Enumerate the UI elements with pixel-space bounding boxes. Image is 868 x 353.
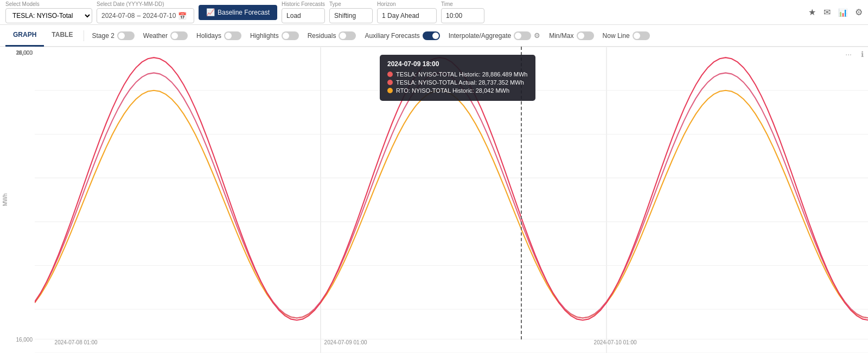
residuals-label: Residuals bbox=[308, 32, 336, 40]
calendar-icon: 📅 bbox=[178, 12, 187, 20]
chart-area: MWh 30,000 28,000 26,000 24,000 22,000 2… bbox=[0, 47, 868, 353]
tooltip-row-2: TESLA: NYISO-TOTAL Actual: 28,737.352 MW… bbox=[387, 79, 528, 86]
holidays-label: Holidays bbox=[196, 32, 221, 40]
highlights-toggle-group: Highlights bbox=[246, 31, 303, 40]
nowline-toggle[interactable] bbox=[633, 31, 650, 40]
divider-1 bbox=[84, 30, 84, 41]
highlights-toggle[interactable] bbox=[282, 31, 299, 40]
y-label-16000: 16,000 bbox=[16, 337, 33, 343]
auxiliary-toggle-group: Auxiliary Forecasts bbox=[360, 31, 444, 40]
controls-bar: GRAPH TABLE Stage 2 Weather Holidays Hig… bbox=[0, 25, 868, 47]
holidays-toggle[interactable] bbox=[224, 31, 241, 40]
interpolate-settings-icon[interactable]: ⚙ bbox=[534, 31, 540, 40]
auxiliary-toggle[interactable] bbox=[423, 31, 440, 40]
highlights-label: Highlights bbox=[250, 32, 279, 40]
auxiliary-label: Auxiliary Forecasts bbox=[365, 32, 419, 40]
tooltip-dot-2 bbox=[387, 80, 393, 85]
type-wrapper: Type Shifting bbox=[329, 1, 373, 23]
tooltip-box: 2024-07-09 18:00 TESLA: NYISO-TOTAL Hist… bbox=[380, 55, 535, 101]
residuals-toggle-group: Residuals bbox=[303, 31, 361, 40]
mail-icon[interactable]: ✉ bbox=[824, 7, 831, 17]
x-label-0708: 2024-07-08 01:00 bbox=[55, 339, 98, 345]
tab-table[interactable]: TABLE bbox=[44, 25, 80, 47]
horizon-value[interactable]: 1 Day Ahead bbox=[377, 8, 437, 23]
residuals-toggle[interactable] bbox=[339, 31, 356, 40]
select-models-label: Select Models bbox=[5, 1, 92, 7]
historic-value[interactable]: Load bbox=[282, 8, 325, 23]
tooltip-label-3: RTO: NYISO-TOTAL Historic: 28,042 MWh bbox=[396, 87, 509, 94]
interpolate-toggle-group: Interpolate/Aggregate ⚙ bbox=[444, 31, 545, 40]
nowline-toggle-group: Now Line bbox=[598, 31, 654, 40]
holidays-toggle-group: Holidays bbox=[192, 31, 246, 40]
date-start: 2024-07-08 bbox=[101, 12, 135, 20]
select-models-wrapper: Select Models TESLA: NYISO-Total bbox=[5, 1, 92, 23]
top-bar-right: ★ ✉ 📊 ⚙ bbox=[808, 7, 863, 17]
interpolate-toggle[interactable] bbox=[514, 31, 531, 40]
weather-toggle-group: Weather bbox=[139, 31, 192, 40]
model-select[interactable]: TESLA: NYISO-Total bbox=[5, 8, 92, 23]
nowline-label: Now Line bbox=[603, 32, 630, 40]
tooltip-row-1: TESLA: NYISO-TOTAL Historic: 28,886.489 … bbox=[387, 71, 528, 78]
top-bar: Select Models TESLA: NYISO-Total Select … bbox=[0, 0, 868, 25]
time-value[interactable]: 10:00 bbox=[441, 8, 484, 23]
minmax-label: Min/Max bbox=[549, 32, 573, 40]
type-label: Type bbox=[329, 1, 373, 7]
tab-graph[interactable]: GRAPH bbox=[5, 25, 44, 47]
weather-toggle[interactable] bbox=[170, 31, 188, 40]
stage2-toggle[interactable] bbox=[117, 31, 135, 40]
more-options-icon[interactable]: ··· bbox=[845, 50, 852, 59]
interpolate-label: Interpolate/Aggregate bbox=[449, 32, 511, 40]
settings-icon[interactable]: ⚙ bbox=[855, 7, 863, 17]
x-label-0710: 2024-07-10 01:00 bbox=[594, 339, 637, 345]
y-axis-label: MWh bbox=[0, 47, 10, 353]
tooltip-dot-1 bbox=[387, 72, 393, 77]
stage2-toggle-group: Stage 2 bbox=[87, 31, 138, 40]
x-labels: 2024-07-08 01:00 2024-07-09 01:00 2024-0… bbox=[35, 339, 868, 353]
date-end: 2024-07-10 bbox=[143, 12, 176, 20]
historic-wrapper: Historic Forecasts Load bbox=[282, 1, 325, 23]
tooltip-dot-3 bbox=[387, 88, 393, 93]
horizon-wrapper: Horizon 1 Day Ahead bbox=[377, 1, 437, 23]
stage2-label: Stage 2 bbox=[92, 32, 114, 40]
weather-label: Weather bbox=[143, 32, 168, 40]
info-icon[interactable]: ℹ bbox=[861, 50, 864, 59]
type-value[interactable]: Shifting bbox=[329, 8, 373, 23]
chart-inner: 30,000 28,000 26,000 24,000 22,000 20,00… bbox=[10, 47, 868, 353]
minmax-toggle[interactable] bbox=[577, 31, 594, 40]
tooltip-row-3: RTO: NYISO-TOTAL Historic: 28,042 MWh bbox=[387, 87, 528, 94]
time-wrapper: Time 10:00 bbox=[441, 1, 484, 23]
y-labels: 30,000 28,000 26,000 24,000 22,000 20,00… bbox=[10, 47, 35, 339]
star-icon[interactable]: ★ bbox=[808, 7, 816, 17]
tooltip-title: 2024-07-09 18:00 bbox=[387, 60, 528, 68]
minmax-toggle-group: Min/Max bbox=[545, 31, 598, 40]
chart-icon[interactable]: 📊 bbox=[838, 8, 847, 17]
date-range-input[interactable]: 2024-07-08 – 2024-07-10 📅 bbox=[97, 8, 194, 23]
y-label-18000: 18,000 bbox=[16, 50, 33, 56]
date-range-wrapper: Select Date (YYYY-MM-DD) 2024-07-08 – 20… bbox=[97, 1, 194, 23]
tooltip-label-1: TESLA: NYISO-TOTAL Historic: 28,886.489 … bbox=[396, 71, 528, 78]
trend-icon: 📈 bbox=[206, 8, 215, 16]
time-label: Time bbox=[441, 1, 484, 7]
grid-line-18000 bbox=[35, 47, 868, 47]
x-label-0709: 2024-07-09 01:00 bbox=[324, 339, 367, 345]
tooltip-label-2: TESLA: NYISO-TOTAL Actual: 28,737.352 MW… bbox=[396, 79, 524, 86]
horizon-label: Horizon bbox=[377, 1, 437, 7]
baseline-forecast-button[interactable]: 📈 Baseline Forecast bbox=[199, 5, 277, 20]
historic-label: Historic Forecasts bbox=[282, 1, 325, 7]
date-label: Select Date (YYYY-MM-DD) bbox=[97, 1, 194, 7]
